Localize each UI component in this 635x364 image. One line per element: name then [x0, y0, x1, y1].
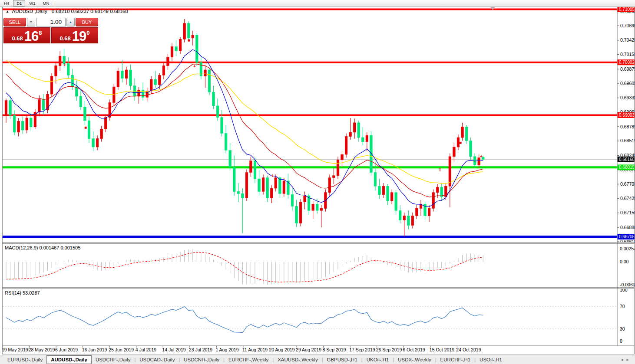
- macd-axis-label: 0.00: [620, 259, 629, 264]
- date-label: 25 Jun 2019: [109, 347, 134, 352]
- sell-button[interactable]: SELL: [3, 18, 26, 26]
- candle-body: [241, 193, 244, 198]
- price-tick-label: 0.68785: [620, 124, 635, 129]
- rsi-axis-label: 0: [620, 338, 622, 344]
- date-label: 4 Jul 2019: [136, 347, 157, 352]
- price-tick-label: 0.66880: [620, 225, 635, 230]
- timeframe-button-mn[interactable]: MN: [40, 0, 53, 7]
- candle-body: [312, 204, 314, 211]
- symbol-tab-eurchf-weekly[interactable]: EURCHF-,Weekly: [225, 356, 272, 364]
- candle-body: [129, 70, 132, 86]
- candle-body: [349, 132, 352, 137]
- candle-body: [216, 106, 219, 118]
- candle-body: [245, 172, 248, 197]
- candle-body: [225, 133, 227, 150]
- candle-body: [283, 181, 285, 193]
- symbol-tab-xauusd-weekly[interactable]: XAUUSD-,Weekly: [274, 356, 321, 364]
- candle-body: [403, 216, 406, 220]
- date-label: 8 Sep 2019: [323, 347, 346, 352]
- candle-body: [345, 137, 347, 154]
- symbol-tab-usoil-h1[interactable]: USOil-,H1: [476, 356, 506, 364]
- date-label: 16 Jun 2019: [82, 347, 107, 352]
- candle-body: [42, 99, 45, 110]
- candle-body: [341, 154, 344, 160]
- symbol-tab-audusd-daily[interactable]: AUDUSD-,Daily: [46, 355, 92, 364]
- date-label: 28 May 2019: [29, 347, 55, 352]
- candle-body: [71, 75, 74, 87]
- sell-price-box[interactable]: 0.68 16 8: [3, 27, 50, 43]
- candle-body: [461, 127, 464, 138]
- candle-body: [378, 186, 381, 194]
- candle-body: [38, 99, 41, 112]
- buy-button[interactable]: BUY: [76, 18, 98, 26]
- candle-body: [395, 193, 397, 210]
- candle-body: [125, 70, 128, 78]
- symbol-tab-usdchf-daily[interactable]: USDCHF-,Daily: [92, 356, 135, 364]
- price-level-badge-label: 0.68015: [619, 165, 635, 170]
- trade-marker-icon: +: [63, 62, 66, 67]
- buy-price-box[interactable]: 0.68 19 0: [51, 27, 98, 43]
- sell-price-big: 16: [24, 31, 38, 42]
- price-level-badge-label: 0.71005: [619, 7, 635, 12]
- candle-body: [428, 208, 430, 216]
- price-tick-label: 0.70420: [620, 37, 635, 43]
- volume-increase-button[interactable]: ▲: [66, 18, 75, 26]
- symbol-tab-eurchf-h1[interactable]: EURCHF-,H1: [437, 356, 475, 364]
- toolbar-divider: [55, 1, 55, 6]
- date-label: 14 Jul 2019: [162, 347, 185, 352]
- price-tick-label: 0.69605: [620, 81, 635, 86]
- rsi-axis-label: 30: [620, 326, 625, 331]
- price-tick-label: 0.67425: [620, 196, 635, 201]
- candle-body: [262, 178, 265, 192]
- tab-scroll-right-icon[interactable]: ►: [626, 358, 632, 362]
- candle-body: [154, 79, 157, 85]
- tab-scroll-left-icon[interactable]: ◄: [620, 358, 626, 362]
- trade-marker-icon: ■: [84, 125, 87, 130]
- macd-signal-line: [6, 253, 483, 282]
- mt4-terminal: { "toolbar": { "timeframes": [ {"label":…: [0, 0, 635, 364]
- candle-body: [183, 23, 186, 39]
- rsi-indicator-label: RSI(14) 53.0287: [5, 290, 40, 295]
- collapse-panel-icon[interactable]: ▲: [6, 10, 9, 13]
- candle-body: [26, 118, 28, 130]
- chart-window-border: [3, 7, 635, 354]
- timeframe-button-w1[interactable]: W1: [26, 0, 39, 7]
- candle-body: [59, 56, 61, 66]
- candle-body: [46, 94, 49, 110]
- one-click-trading-panel: SELL ▼ 1.00 ▲ BUY 0.68 16 8 0.68 19 0: [3, 18, 98, 43]
- volume-input[interactable]: 1.00: [36, 18, 66, 26]
- candle-body: [295, 206, 298, 223]
- trade-marker-icon: +: [271, 174, 274, 178]
- candle-body: [196, 35, 198, 62]
- date-label: 15 Oct 2019: [430, 347, 454, 352]
- symbol-tab-usdx-weekly[interactable]: USDX-,Weekly: [394, 356, 435, 364]
- timeframe-button-h4[interactable]: H4: [0, 0, 13, 7]
- candle-body: [291, 195, 294, 207]
- symbol-tab-gbpusd-h1[interactable]: GBPUSD-,H1: [323, 356, 361, 364]
- ma-fast-line: [6, 49, 483, 207]
- volume-decrease-button[interactable]: ▼: [27, 18, 35, 26]
- date-label: 26 Sep 2019: [376, 347, 402, 352]
- date-label: 6 Oct 2019: [403, 347, 425, 352]
- sell-price-base: 0.68: [12, 36, 23, 42]
- date-label: 17 Sep 2019: [349, 347, 375, 352]
- symbol-tab-ukoil-h1[interactable]: UKOil-,H1: [363, 356, 393, 364]
- candle-body: [432, 193, 435, 209]
- candle-body: [30, 118, 33, 127]
- candle-body: [21, 121, 24, 130]
- symbol-tab-usdcad-daily[interactable]: USDCAD-,Daily: [136, 356, 179, 364]
- candle-body: [96, 138, 99, 147]
- date-label: 23 Jul 2019: [189, 347, 212, 352]
- timeframe-buttons: H4D1W1MN: [0, 0, 53, 7]
- timeframe-button-d1[interactable]: D1: [13, 0, 25, 7]
- candle-body: [399, 210, 401, 220]
- symbol-tab-usdcnh-daily[interactable]: USDCNH-,Daily: [180, 356, 223, 364]
- candle-body: [233, 167, 235, 191]
- price-level-badge-label: 0.66705: [619, 234, 635, 239]
- candle-body: [104, 118, 107, 129]
- price-tick-label: 0.68515: [620, 138, 635, 143]
- symbol-tab-eurusd-daily[interactable]: EURUSD-,Daily: [3, 356, 46, 364]
- chart-canvas[interactable]: +■■++T■+0.0025740.00-0.006326100703000.7…: [0, 0, 635, 355]
- candle-body: [411, 216, 414, 225]
- rsi-axis-label: 70: [620, 304, 625, 309]
